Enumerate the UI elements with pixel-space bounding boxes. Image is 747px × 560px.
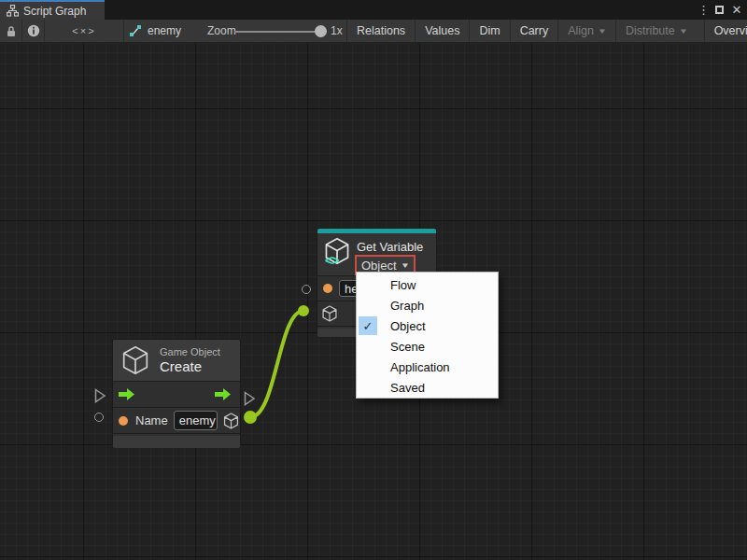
name-port-label: Name <box>135 413 168 427</box>
menu-item-object[interactable]: ✓Object <box>357 315 498 336</box>
create-node-header[interactable]: Game Object Create <box>113 340 240 381</box>
flow-input-port[interactable] <box>94 388 106 403</box>
check-icon <box>359 357 377 376</box>
scope-value: Object <box>361 259 397 273</box>
graph-name: enemy <box>148 24 181 37</box>
flow-output-port[interactable] <box>244 391 256 406</box>
distribute-button[interactable]: Distribute▼ <box>615 20 697 42</box>
code-icon: <×> <box>72 25 95 36</box>
menu-item-graph[interactable]: Graph <box>357 295 498 315</box>
name-input-field[interactable]: enemy <box>174 411 218 430</box>
check-icon <box>359 275 377 294</box>
inspect-button[interactable] <box>22 20 45 42</box>
check-icon <box>359 296 377 315</box>
flow-in-arrow-icon[interactable] <box>119 388 134 400</box>
script-graph-icon <box>7 5 19 17</box>
check-icon <box>359 337 377 356</box>
maximize-icon[interactable] <box>715 6 724 14</box>
chevron-down-icon: ▼ <box>598 27 607 35</box>
graph-toolbar: <×> enemy Zoom 1x Relations Values Dim C… <box>0 20 747 43</box>
menu-item-scene[interactable]: Scene <box>357 336 498 357</box>
relations-button[interactable]: Relations <box>346 20 415 42</box>
check-icon <box>359 378 377 397</box>
zoom-value: 1x <box>331 24 343 37</box>
create-node-category: Game Object <box>160 346 220 358</box>
check-icon: ✓ <box>359 316 377 335</box>
close-icon[interactable]: ✕ <box>730 3 743 17</box>
code-brackets-icon: <> <box>325 253 338 268</box>
zoom-label: Zoom <box>207 24 236 37</box>
variable-name-input-port[interactable] <box>302 285 311 294</box>
connection-wire[interactable] <box>250 311 303 417</box>
create-output-port[interactable] <box>244 411 257 424</box>
flow-out-arrow-icon[interactable] <box>215 388 231 400</box>
tab-script-graph[interactable]: Script Graph <box>0 0 105 20</box>
info-icon <box>27 24 40 37</box>
lock-icon <box>6 25 17 37</box>
string-port-icon[interactable] <box>323 284 332 293</box>
lock-button[interactable] <box>0 20 22 42</box>
values-button[interactable]: Values <box>415 20 469 42</box>
menu-item-flow[interactable]: Flow <box>357 274 498 295</box>
chevron-down-icon: ▼ <box>400 261 409 270</box>
name-input-port[interactable] <box>94 413 104 422</box>
zoom-slider-handle[interactable] <box>315 25 327 37</box>
menu-item-application[interactable]: Application <box>357 357 498 377</box>
create-node[interactable]: Game Object Create Name enemy <box>112 339 241 445</box>
graph-canvas[interactable]: Game Object Create Name enemy <box>0 43 747 560</box>
carry-button[interactable]: Carry <box>510 20 558 42</box>
zoom-slider[interactable] <box>234 31 318 33</box>
variables-button[interactable]: <×> <box>45 20 124 42</box>
tab-title: Script Graph <box>23 5 86 18</box>
window-titlebar: Script Graph ⋮ ✕ <box>0 0 747 20</box>
create-node-title: Create <box>160 358 220 374</box>
graph-icon <box>129 24 142 37</box>
gameobject-cube-icon <box>121 345 149 375</box>
breadcrumb[interactable]: enemy <box>129 20 181 42</box>
gameobject-output-icon[interactable] <box>223 413 239 429</box>
scope-dropdown-menu: Flow Graph ✓Object Scene Application Sav… <box>356 272 499 399</box>
string-port-icon[interactable] <box>119 416 128 426</box>
dim-button[interactable]: Dim <box>469 20 509 42</box>
overview-button[interactable]: Overview <box>704 20 747 42</box>
getvar-object-input-port[interactable] <box>298 305 309 316</box>
menu-item-saved[interactable]: Saved <box>357 377 498 398</box>
get-variable-title: Get Variable <box>357 240 423 254</box>
chevron-down-icon: ▼ <box>679 27 688 35</box>
window-menu-icon[interactable]: ⋮ <box>698 3 709 17</box>
create-node-footer <box>113 436 240 448</box>
align-button[interactable]: Align▼ <box>557 20 615 42</box>
gameobject-input-icon[interactable] <box>321 305 338 322</box>
